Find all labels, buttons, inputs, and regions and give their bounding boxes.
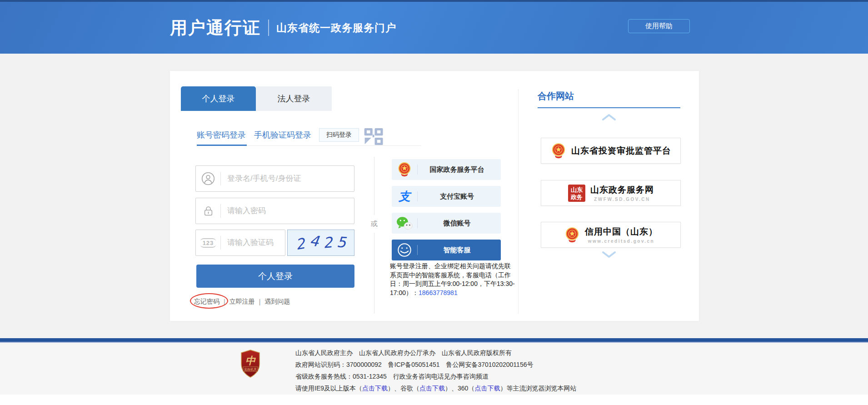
download-ie-link[interactable]: 点击下载 [362,385,388,392]
chevron-up-icon[interactable] [602,114,616,121]
wechat-icon [392,216,417,231]
chevron-down-icon[interactable] [602,251,616,258]
government-site-badge: 中 党政机关 [240,350,261,378]
help-button[interactable]: 使用帮助 [628,19,690,33]
helper-links: 忘记密码 | 立即注册 | 遇到问题 [194,298,290,306]
brand: 用户通行证 山东省统一政务服务门户 [170,2,396,54]
footer-line-sponsor: 山东省人民政府主办 山东省人民政府办公厅承办 山东省人民政府版权所有 [295,347,576,359]
captcha-image[interactable]: 2425 [287,230,354,256]
partner-card-investment-platform[interactable]: 山东省投资审批监管平台 [541,138,681,164]
username-field-group [195,165,354,192]
partner-card-zwfw[interactable]: 山东 政务 山东政务服务网 ZWFW.SD.GOV.CN [541,180,681,206]
having-problems-link[interactable]: 遇到问题 [264,298,290,306]
digits-icon: 123 [196,238,220,248]
active-method-underline [197,145,247,146]
partner-url: ZWFW.SD.GOV.CN [594,197,650,202]
partner-url: www.creditsd.gov.cn [588,239,654,244]
captcha-field-group: 123 [195,230,285,256]
username-input[interactable] [221,174,354,183]
red-seal-icon: 山东 政务 [568,184,586,202]
user-icon [196,172,220,185]
footer-line-hotline: 省级政务服务热线：0531-12345 行政业务咨询电话见办事咨询频道 [295,370,576,382]
partner-card-credit-china[interactable]: 信用中国（山东） www.creditsd.gov.cn [541,222,681,248]
or-label: 或 [371,220,378,228]
register-now-link[interactable]: 立即注册 [229,298,255,306]
header: 用户通行证 山东省统一政务服务门户 使用帮助 [0,2,868,54]
third-party-alipay[interactable]: 支 支付宝账号 [392,186,501,207]
national-emblem-icon [392,162,417,177]
footer-text: 山东省人民政府主办 山东省人民政府办公厅承办 山东省人民政府版权所有 政府网站识… [295,347,576,394]
password-input[interactable] [221,206,354,215]
partner-sites-underline [538,107,680,108]
footer-accent-bar [0,338,868,342]
method-scan-login[interactable]: 扫码登录 [319,128,359,142]
lock-icon [196,205,220,217]
page-subtitle: 山东省统一政务服务门户 [276,21,396,35]
qr-code-icon[interactable] [364,128,385,145]
method-sms-code[interactable]: 手机验证码登录 [254,130,311,140]
footer-line-browsers: 请使用IE9及以上版本（点击下载）、谷歌（点击下载）、360（点击下载）等主流浏… [295,382,576,394]
tab-personal-login[interactable]: 个人登录 [181,86,256,111]
national-emblem-icon [550,143,567,159]
password-field-group [195,198,354,224]
third-party-login-list: 国家政务服务平台 支 支付宝账号 微信账号 [392,159,501,266]
download-chrome-link[interactable]: 点击下载 [419,385,445,392]
svg-text:政务: 政务 [570,194,583,200]
footer-line-icp: 政府网站识别码：3700000092 鲁ICP备05051451 鲁公网安备37… [295,359,576,370]
personal-login-button[interactable]: 个人登录 [196,265,354,288]
third-party-wechat[interactable]: 微信账号 [392,213,501,234]
smart-service-icon [392,242,417,258]
svg-text:中: 中 [245,355,256,366]
third-party-smart-service[interactable]: 智能客服 [392,240,501,260]
svg-text:山东: 山东 [571,186,583,193]
svg-text:党政机关: 党政机关 [244,367,257,371]
login-panel: 个人登录 法人登录 账号密码登录 手机验证码登录 扫码登录 [170,71,699,321]
forgot-password-link[interactable]: 忘记密码 [194,298,219,306]
link-separator: | [259,298,261,305]
brand-divider [268,20,269,36]
footer: 中 党政机关 山东省人民政府主办 山东省人民政府办公厅承办 山东省人民政府版权所… [0,343,868,395]
download-360-link[interactable]: 点击下载 [474,385,500,392]
service-phone-link[interactable]: 18663778981 [419,289,458,296]
method-account-password[interactable]: 账号密码登录 [197,130,246,140]
panel-vertical-separator [518,89,519,314]
login-method-row: 账号密码登录 手机验证码登录 扫码登录 [197,125,385,145]
or-divider: 或 [370,157,378,314]
national-emblem-icon [564,227,580,243]
captcha-input[interactable] [221,238,285,247]
third-party-national-platform[interactable]: 国家政务服务平台 [392,159,501,180]
link-separator: | [224,298,225,305]
service-notice: 账号登录注册、企业绑定相关问题请优先联系页面中的智能客服系统，客服电话（工作日：… [390,262,516,297]
partner-sites-title: 合作网站 [538,90,574,102]
page-title: 用户通行证 [170,16,261,40]
tab-corporate-login[interactable]: 法人登录 [256,86,332,111]
